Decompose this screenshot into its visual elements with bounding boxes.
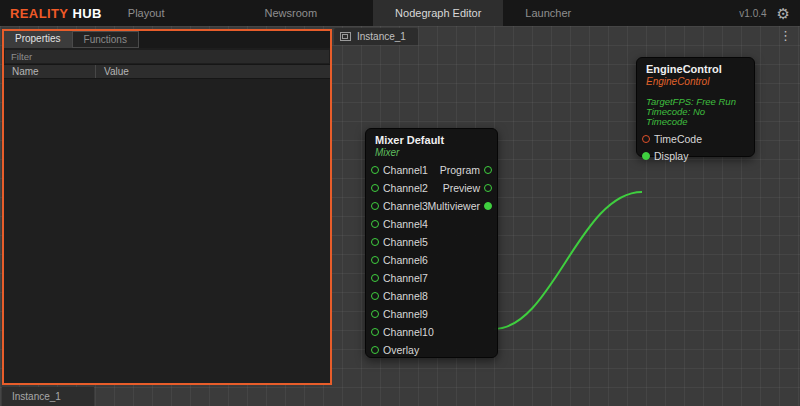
input-port-icon[interactable] [371,184,379,192]
info-line: Timecode: No Timecode [646,107,745,127]
brand-reality: REALITY [10,6,68,21]
input-port-icon[interactable] [371,238,379,246]
node-title: Mixer Default [366,129,497,147]
port-label: Channel4 [383,218,428,230]
input-port-icon[interactable] [371,274,379,282]
port-label: Multiviewer [427,200,480,212]
input-port-icon[interactable] [371,292,379,300]
port-label: Overlay [383,344,419,356]
input-port-icon[interactable] [371,346,379,354]
port-row: Channel5 [366,233,497,251]
port-row: Preview [443,179,497,197]
kebab-menu-icon[interactable]: ⋮ [776,29,795,42]
output-port-icon[interactable] [484,184,492,192]
node-subtitle: EngineControl [637,76,754,88]
port-label: Channel3 [383,200,428,212]
nav-nodegraph-editor[interactable]: Nodegraph Editor [373,0,503,26]
port-row: Channel10 [366,323,497,341]
panel-tabs: Properties Functions [4,31,330,48]
input-port-icon[interactable] [371,220,379,228]
nav-playout[interactable]: Playout [106,0,187,26]
gear-icon[interactable]: ⚙ [777,6,790,21]
port-row: Display [637,147,754,164]
port-row: Overlay [366,341,497,359]
table-header: Name Value [4,64,330,79]
node-title: EngineControl [637,58,754,76]
tab-functions[interactable]: Functions [72,31,139,48]
port-row: Channel6 [366,251,497,269]
port-row: Channel9 [366,305,497,323]
port-row: Channel8 [366,287,497,305]
input-port-icon-connected[interactable] [642,152,650,160]
port-row: TimeCode [637,130,754,147]
top-bar: REALITYHUB Playout Newsroom Nodegraph Ed… [0,0,800,26]
nodegraph-icon [340,32,351,41]
mixer-ports: Channel1 Channel2 Channel3 Channel4 Chan… [366,161,497,359]
filter-input[interactable] [5,50,329,63]
engine-info: TargetFPS: Free Run Timecode: No Timecod… [637,97,754,127]
node-subtitle: Mixer [366,147,497,159]
canvas-instance-tab[interactable]: Instance_1 [334,28,418,45]
properties-table-body [4,79,330,383]
input-port-icon[interactable] [371,328,379,336]
node-mixer-default[interactable]: Mixer Default Mixer Channel1 Channel2 Ch… [365,128,498,358]
output-port-icon-connected[interactable] [484,202,492,210]
version-label: v1.0.4 [739,8,766,19]
bottom-instance-tab[interactable]: Instance_1 [2,387,94,406]
port-label: TimeCode [654,133,702,145]
brand-hub: HUB [72,6,101,21]
port-row: Channel7 [366,269,497,287]
properties-panel: Properties Functions Name Value [2,29,332,385]
port-row: Program [440,161,497,179]
column-header-name: Name [4,65,96,78]
nav-launcher[interactable]: Launcher [503,0,593,26]
input-port-icon[interactable] [371,202,379,210]
port-label: Channel7 [383,272,428,284]
port-label: Display [654,150,688,162]
port-label: Channel5 [383,236,428,248]
port-row: Multiviewer [427,197,497,215]
port-label: Channel10 [383,326,434,338]
engine-ports: TimeCode Display [637,130,754,164]
port-label: Channel8 [383,290,428,302]
topbar-right: v1.0.4 ⚙ [739,6,800,21]
port-label: Channel9 [383,308,428,320]
input-port-icon[interactable] [371,256,379,264]
port-label: Channel6 [383,254,428,266]
input-port-icon[interactable] [371,166,379,174]
input-port-icon[interactable] [371,310,379,318]
nav-newsroom[interactable]: Newsroom [243,0,340,26]
canvas-instance-tab-label: Instance_1 [357,31,406,42]
port-label: Channel2 [383,182,428,194]
node-engine-control[interactable]: EngineControl EngineControl TargetFPS: F… [636,57,755,157]
port-row: Channel4 [366,215,497,233]
column-header-value: Value [96,65,330,78]
tab-properties[interactable]: Properties [4,31,72,48]
filter-row [4,48,330,64]
port-label: Preview [443,182,480,194]
port-label: Channel1 [383,164,428,176]
output-port-icon[interactable] [484,166,492,174]
input-port-icon[interactable] [642,135,650,143]
port-label: Program [440,164,480,176]
app-logo: REALITYHUB [10,6,102,21]
